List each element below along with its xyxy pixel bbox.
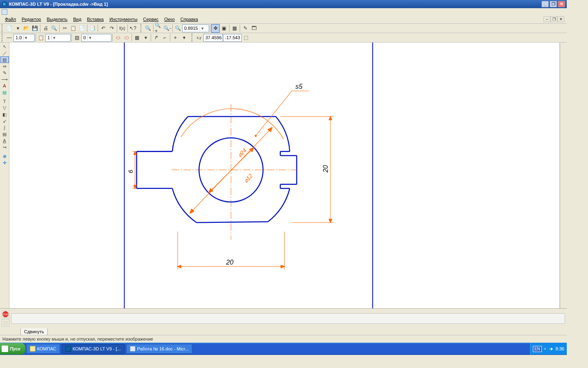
ortho-button[interactable]: ↱ xyxy=(152,34,160,42)
tool-view3d[interactable]: ⊕ xyxy=(0,153,9,159)
mdi-close[interactable]: ✕ xyxy=(557,16,564,22)
tray-volume-icon[interactable]: 🕩 xyxy=(549,346,553,351)
vertical-scrollbar[interactable] xyxy=(560,43,567,308)
menu-insert[interactable]: Вставка xyxy=(85,16,106,22)
cut-button[interactable]: ✂ xyxy=(60,24,69,33)
tool-geometry[interactable]: ▧ xyxy=(0,56,9,63)
new-dropdown[interactable]: ▾ xyxy=(13,24,22,33)
drawing-canvas[interactable]: ⌀24 ⌀12 s5 20 20 xyxy=(9,43,560,308)
tool-dim[interactable]: ⇔ xyxy=(0,63,9,70)
mdi-minimize[interactable]: – xyxy=(543,16,550,22)
ucs-dd[interactable]: ▾ xyxy=(180,34,188,42)
paste-button[interactable]: 📄 xyxy=(78,24,86,33)
maximize-button[interactable]: ❐ xyxy=(550,1,557,7)
menu-view[interactable]: Вид xyxy=(71,16,84,22)
tool-text2[interactable]: T xyxy=(0,98,9,105)
menu-service[interactable]: Сервис xyxy=(141,16,161,22)
linestyle-combo[interactable]: 1.0 ▾ xyxy=(13,34,35,42)
document-icon xyxy=(2,9,7,15)
menu-help[interactable]: Справка xyxy=(178,16,200,22)
tab-move[interactable]: Сдвинуть xyxy=(20,328,48,335)
stop-button[interactable]: STOP xyxy=(2,310,9,318)
refresh-button[interactable]: 🗔 xyxy=(249,24,258,33)
task-folder-kompas[interactable]: КОМПАС xyxy=(26,344,60,354)
command-input[interactable] xyxy=(11,313,565,324)
magnet-on-icon[interactable]: ⬭ xyxy=(114,34,122,42)
tool-line[interactable]: ／ xyxy=(0,50,9,56)
coord-mode-button[interactable]: ⬚ xyxy=(242,34,250,42)
task-word-doc[interactable]: Работа № 16.doc - Micr... xyxy=(126,344,192,354)
tool-edit[interactable]: ✎ xyxy=(0,70,9,76)
magnet-off-icon[interactable]: ⬭ xyxy=(122,34,131,42)
grid-button[interactable]: ▦ xyxy=(133,34,141,42)
props-button[interactable]: 📑 xyxy=(88,24,97,33)
help-cursor-button[interactable]: ↖? xyxy=(129,24,137,33)
tray-chevrons-icon[interactable]: « xyxy=(544,347,546,351)
tool-symbol[interactable]: ⟶ xyxy=(0,76,9,83)
print-button[interactable]: 🖨 xyxy=(41,24,50,33)
tool-text[interactable]: A xyxy=(0,83,9,89)
layer-combo[interactable]: 1 ▾ xyxy=(45,34,71,42)
preview-button[interactable]: 🔍 xyxy=(50,24,58,33)
menu-select[interactable]: Выделить xyxy=(44,16,70,22)
task-kompas-app[interactable]: КОМПАС-3D LT V9 - [... xyxy=(62,344,125,354)
svg-line-6 xyxy=(196,222,268,222)
toolbar-props: — 1.0 ▾ 📋 1 ▾ ▨ 0 ▾ ⬭ ⬭ ▦ ▾ ↱ ⌐ ⌖ ▾ x,y … xyxy=(0,33,567,43)
zoom-all-button[interactable]: ▦ xyxy=(230,24,239,33)
linestyle-icon[interactable]: — xyxy=(5,34,13,42)
fx-button[interactable]: f(x) xyxy=(118,24,127,33)
grip[interactable] xyxy=(2,24,4,32)
tool-hatch[interactable]: ▤ xyxy=(0,89,9,96)
mdi-restore[interactable]: ❐ xyxy=(550,16,557,22)
pan-button[interactable]: ✥ xyxy=(211,24,220,33)
zoom-window-button[interactable]: 🔍 xyxy=(144,24,152,33)
dim-right: 20 xyxy=(322,165,329,173)
coord-x[interactable]: 37.4596 xyxy=(203,34,223,42)
tool-datum[interactable]: A xyxy=(0,137,9,144)
zoom-scale-button[interactable]: 🔍 xyxy=(174,24,182,33)
layer-icon[interactable]: 📋 xyxy=(37,34,45,42)
zoom-combo[interactable]: 0.8915 ▾ xyxy=(182,25,209,32)
grip[interactable] xyxy=(192,34,194,42)
close-button[interactable]: ✕ xyxy=(558,1,565,7)
system-tray: EN « 🕩 8:36 xyxy=(530,343,567,355)
coord-y[interactable]: -17.543 xyxy=(223,34,242,42)
menu-edit[interactable]: Редактор xyxy=(19,16,43,22)
apply-button[interactable]: ⬚ xyxy=(2,319,9,327)
tool-spline[interactable]: ∫ xyxy=(0,124,9,131)
undo-button[interactable]: ↶ xyxy=(99,24,107,33)
new-button[interactable]: 📄 xyxy=(5,24,13,33)
start-button[interactable]: Пуск xyxy=(0,343,25,355)
line-combo[interactable]: 0 ▾ xyxy=(81,34,111,42)
hatch-icon[interactable]: ▨ xyxy=(73,34,81,42)
app-icon: K xyxy=(2,1,7,7)
redo-button[interactable]: ↷ xyxy=(107,24,116,33)
copy-button[interactable]: 📋 xyxy=(69,24,78,33)
zoom-fit-button[interactable]: ▣ xyxy=(220,24,228,33)
grip[interactable] xyxy=(140,24,143,32)
open-button[interactable]: 📂 xyxy=(22,24,31,33)
save-button[interactable]: 💾 xyxy=(31,24,39,33)
minimize-button[interactable]: _ xyxy=(541,1,549,7)
tool-table[interactable]: ▤ xyxy=(0,131,9,137)
ucs-button[interactable]: ⌖ xyxy=(171,34,180,42)
grid-dd[interactable]: ▾ xyxy=(141,34,150,42)
tool-base[interactable]: ◧ xyxy=(0,111,9,118)
redraw-button[interactable]: ✎ xyxy=(241,24,249,33)
tool-origin[interactable]: ✛ xyxy=(0,159,9,166)
language-indicator[interactable]: EN xyxy=(533,346,542,352)
svg-point-21 xyxy=(255,135,256,137)
tool-arrow[interactable]: ↪ xyxy=(0,144,9,150)
zoom-in-button[interactable]: 🔍+ xyxy=(154,24,163,33)
grip[interactable] xyxy=(2,34,4,42)
tool-roughness[interactable]: ▽ xyxy=(0,105,9,111)
status-text: Нажмите левую кнопку мыши и, не отпуская… xyxy=(2,337,153,341)
menu-file[interactable]: Файл xyxy=(2,16,18,22)
ortho2-button[interactable]: ⌐ xyxy=(160,34,169,42)
tool-leader[interactable]: ↙ xyxy=(0,118,9,124)
menu-window[interactable]: Окно xyxy=(162,16,177,22)
menu-tools[interactable]: Инструменты xyxy=(107,16,140,22)
label-thickness: s5 xyxy=(296,83,303,90)
zoom-out-button[interactable]: 🔍- xyxy=(163,24,172,33)
tool-select[interactable]: ↖ xyxy=(0,43,9,50)
